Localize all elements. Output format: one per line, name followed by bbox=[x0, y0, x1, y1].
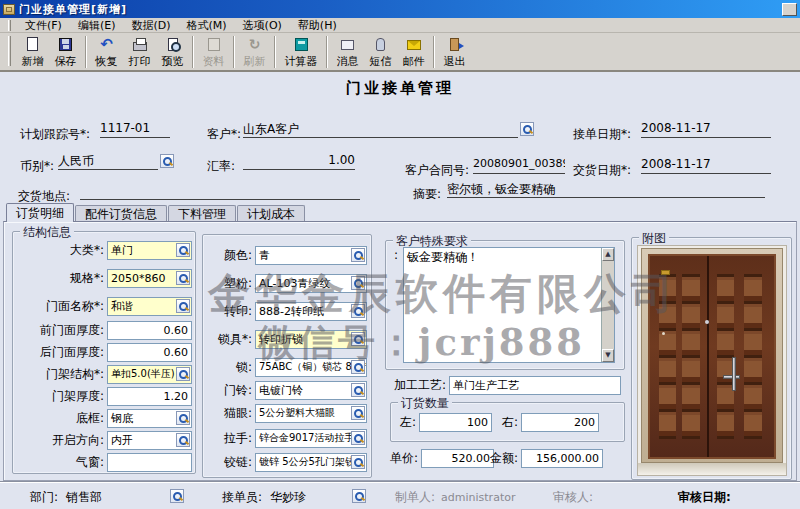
message-icon bbox=[341, 40, 354, 50]
menu-file[interactable]: 文件(F) bbox=[17, 18, 70, 33]
lookup-icon[interactable] bbox=[351, 406, 365, 420]
menu-help[interactable]: 帮助(H) bbox=[290, 18, 345, 33]
clerk-value[interactable]: 华妙珍 bbox=[270, 489, 306, 506]
textarea-scrollbar[interactable]: ▲ ▼ bbox=[601, 248, 614, 362]
scroll-up-arrow[interactable]: ▲ bbox=[602, 248, 614, 261]
customer-field[interactable]: 山东A客户 bbox=[243, 121, 518, 138]
powder-field[interactable]: AL-103青绿纹 bbox=[255, 274, 367, 293]
field-row: 门架结构*: 单扣5.0(半压) bbox=[16, 364, 192, 384]
mail-button[interactable]: 邮件 bbox=[397, 33, 430, 70]
process-field[interactable]: 单门生产工艺 bbox=[449, 376, 621, 395]
transfer-print-field[interactable]: 888-2转印纸 bbox=[255, 302, 367, 321]
spec-field[interactable]: 2050*860 bbox=[107, 269, 192, 288]
tab-cutting-management[interactable]: 下料管理 bbox=[168, 205, 236, 222]
summary-field[interactable]: 密尔顿，钣金要精确 bbox=[447, 181, 765, 198]
toolbar-separator bbox=[274, 36, 276, 68]
peephole-field[interactable]: 5公分塑料大猫眼 bbox=[255, 404, 367, 423]
frame-thickness-label: 门架厚度: bbox=[16, 388, 104, 405]
air-window-field[interactable] bbox=[107, 453, 192, 472]
front-face-thickness-field[interactable]: 0.60 bbox=[107, 321, 192, 340]
currency-field[interactable]: 人民币 bbox=[58, 153, 158, 170]
scroll-down-arrow[interactable]: ▼ bbox=[602, 349, 614, 362]
data-button: 资料 bbox=[197, 33, 230, 70]
frame-thickness-field[interactable]: 1.20 bbox=[107, 387, 192, 406]
tab-plan-cost[interactable]: 计划成本 bbox=[237, 205, 305, 222]
titlebar: 门业接单管理[新增] bbox=[0, 0, 800, 18]
lookup-icon[interactable] bbox=[351, 455, 365, 469]
exchange-rate-field[interactable]: 1.00 bbox=[243, 153, 355, 170]
structure-info-group-title: 结构信息 bbox=[20, 224, 74, 241]
message-button[interactable]: 消息 bbox=[331, 33, 364, 70]
sms-button[interactable]: 短信 bbox=[364, 33, 397, 70]
print-button[interactable]: 打印 bbox=[123, 33, 156, 70]
lookup-icon[interactable] bbox=[176, 271, 190, 285]
delivery-place-field[interactable] bbox=[80, 183, 360, 200]
lookup-icon[interactable] bbox=[176, 433, 190, 447]
right-qty-field[interactable]: 200 bbox=[521, 413, 599, 432]
door-face-name-field[interactable]: 和谐 bbox=[107, 297, 192, 316]
handle-field[interactable]: 锌合金9017活动拉手之 bbox=[255, 429, 367, 448]
left-qty-field[interactable]: 100 bbox=[419, 413, 492, 432]
tab-parts-order-info[interactable]: 配件订货信息 bbox=[75, 205, 167, 222]
lookup-icon[interactable] bbox=[351, 276, 365, 290]
bottom-frame-field[interactable]: 钢底 bbox=[107, 409, 192, 428]
tab-strip: 订货明细 配件订货信息 下料管理 计划成本 bbox=[6, 203, 306, 222]
lookup-icon[interactable] bbox=[351, 383, 365, 397]
lockset-field[interactable]: 转印折锁 bbox=[255, 330, 367, 349]
lookup-icon[interactable] bbox=[351, 360, 365, 374]
field-row: 门架厚度: 1.20 bbox=[16, 386, 192, 406]
exit-button[interactable]: 退出 bbox=[438, 33, 471, 70]
lookup-icon[interactable] bbox=[351, 248, 365, 262]
front-face-thickness-label: 前门面厚度: bbox=[16, 322, 104, 339]
printer-icon bbox=[133, 42, 147, 51]
page-title: 门业接单管理 bbox=[0, 79, 800, 98]
menu-edit[interactable]: 编辑(E) bbox=[70, 18, 124, 33]
toolbar: 新增 保存 ↶ 恢复 打印 预览 资料 ↻ 刷新 bbox=[0, 33, 800, 72]
lookup-icon[interactable] bbox=[176, 299, 190, 313]
lookup-icon[interactable] bbox=[176, 367, 190, 381]
doorbell-field[interactable]: 电镀门铃 bbox=[255, 381, 367, 400]
clerk-lookup-icon[interactable] bbox=[352, 489, 366, 503]
order-date-field[interactable]: 2008-11-17 bbox=[641, 121, 771, 138]
amount-field[interactable]: 156,000.00 bbox=[521, 449, 603, 468]
color-field[interactable]: 青 bbox=[255, 246, 367, 265]
lookup-icon[interactable] bbox=[351, 332, 365, 346]
back-face-thickness-field[interactable]: 0.60 bbox=[107, 343, 192, 362]
door-panel-column bbox=[682, 274, 699, 439]
plan-no-field[interactable]: 1117-01 bbox=[100, 121, 170, 138]
unit-price-field[interactable]: 520.00 bbox=[421, 449, 494, 468]
hinge-field[interactable]: 镀锌 5公分5孔门架铰 bbox=[255, 453, 367, 472]
menu-options[interactable]: 选项(O) bbox=[235, 18, 290, 33]
lookup-icon[interactable] bbox=[351, 431, 365, 445]
special-request-text[interactable]: 钣金要精确！ bbox=[404, 248, 601, 362]
lookup-icon[interactable] bbox=[176, 411, 190, 425]
currency-lookup-icon[interactable] bbox=[160, 154, 174, 168]
contract-no-field[interactable]: 20080901_00389 bbox=[473, 157, 565, 174]
menu-format[interactable]: 格式(M) bbox=[179, 18, 235, 33]
undo-button[interactable]: ↶ 恢复 bbox=[90, 33, 123, 70]
lookup-icon[interactable] bbox=[351, 304, 365, 318]
delivery-date-field[interactable]: 2008-11-17 bbox=[641, 157, 771, 174]
contract-no-label: 客户合同号: bbox=[405, 162, 469, 178]
category-label: 大类*: bbox=[16, 242, 104, 259]
tab-order-detail[interactable]: 订货明细 bbox=[6, 203, 74, 222]
frame-structure-field[interactable]: 单扣5.0(半压) bbox=[107, 365, 192, 384]
spec-label: 规格*: bbox=[16, 270, 104, 287]
category-field[interactable]: 单门 bbox=[107, 241, 192, 260]
plan-no-label: 计划跟踪号*: bbox=[20, 126, 90, 142]
save-button[interactable]: 保存 bbox=[49, 33, 82, 70]
lock-field[interactable]: 75ABC（铜）锁芯 868普 bbox=[255, 358, 367, 377]
menu-data[interactable]: 数据(D) bbox=[123, 18, 178, 33]
open-direction-field[interactable]: 内开 bbox=[107, 431, 192, 450]
department-lookup-icon[interactable] bbox=[170, 489, 184, 503]
lookup-icon[interactable] bbox=[176, 243, 190, 257]
preview-button[interactable]: 预览 bbox=[156, 33, 189, 70]
calculator-button[interactable]: 计算器 bbox=[279, 33, 323, 70]
special-request-textarea[interactable]: 钣金要精确！ ▲ ▼ bbox=[403, 247, 615, 363]
department-value[interactable]: 销售部 bbox=[66, 489, 102, 506]
undo-arrow-icon: ↶ bbox=[100, 37, 113, 51]
customer-lookup-icon[interactable] bbox=[520, 122, 534, 136]
minimize-button[interactable] bbox=[782, 3, 797, 16]
sms-icon bbox=[376, 38, 385, 51]
new-button[interactable]: 新增 bbox=[16, 33, 49, 70]
